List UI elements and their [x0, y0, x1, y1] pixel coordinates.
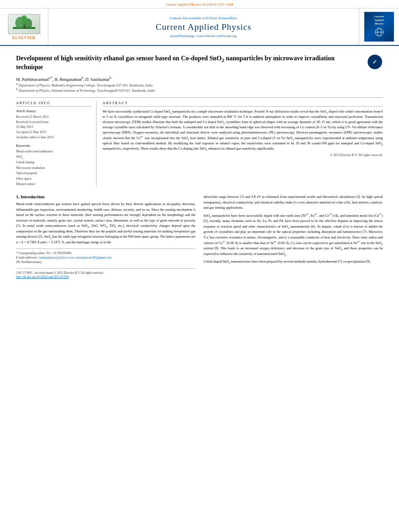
intro-paragraph-3: SnO2 nanoparticles have been successfull… [204, 213, 383, 257]
journal-logo-box: Current Applied Physics [364, 12, 394, 42]
article-info-column: ARTICLE INFO Article history: Received 2… [16, 101, 97, 187]
page: Current Applied Physics 13 (2013) 1537–1… [0, 0, 399, 532]
article-history: Article history: Received 21 March 2013 … [16, 109, 91, 140]
elsevier-logo-image [8, 14, 40, 34]
main-body: 1. Introduction Metal-oxide semiconducto… [16, 194, 383, 280]
sciverse-link: Contents lists available at SciVerse Sci… [170, 16, 238, 20]
paper-content: Development of high sensitivity ethanol … [0, 46, 399, 288]
elsevier-text: ELSEVIER [12, 35, 36, 40]
crossmark-icon: ✓ [368, 55, 382, 69]
history-accepted: Accepted 22 May 2013 [16, 130, 91, 135]
abstract-column: ABSTRACT We have successfully synthesize… [103, 101, 383, 187]
svg-point-4 [21, 15, 27, 24]
journal-homepage: journal homepage: www.elsevier.com/locat… [170, 34, 237, 38]
keywords-section: Keywords: Metal-oxide semiconductors SnO… [16, 144, 91, 187]
keyword-6: Fiber optics [16, 176, 91, 182]
footer-issn: 1567-1739/$ – see front matter © 2013 El… [16, 271, 195, 275]
paper-title: Development of high sensitivity ethanol … [16, 54, 363, 72]
affiliations: a Department of Physics, Mahendra Engine… [16, 83, 383, 93]
journal-logo-right: Current Applied Physics [359, 8, 399, 45]
keyword-7: Ethanol sensor [16, 181, 91, 187]
abstract-heading: ABSTRACT [103, 101, 383, 107]
journal-header: ELSEVIER Contents lists available at Sci… [0, 8, 399, 46]
journal-reference: Current Applied Physics 13 (2013) 1537–1… [0, 0, 399, 8]
keyword-2: SnO2 [16, 154, 91, 160]
article-info-heading: ARTICLE INFO [16, 101, 91, 107]
intro-paragraph-1: Metal-oxide semiconductor gas sensors ha… [16, 201, 195, 245]
footnote-corresponding: * Corresponding author. Tel.: +91 995283… [16, 251, 195, 265]
footnote-area: * Corresponding author. Tel.: +91 995283… [16, 249, 195, 265]
keyword-1: Metal-oxide semiconductors [16, 149, 91, 154]
abstract-text: We have successfully synthesized Co dope… [103, 109, 383, 151]
authors-line: M. Parthibavarmana,*, B. Renganathanb, D… [16, 76, 383, 82]
keyword-3: Cobalt doping [16, 160, 91, 165]
journal-title: Current Applied Physics [156, 22, 251, 32]
history-received: Received 21 March 2013 [16, 115, 91, 120]
divider-1 [16, 97, 383, 98]
copyright-line: © 2013 Elsevier B.V. All rights reserved… [103, 153, 383, 157]
elsevier-logo-area: ELSEVIER [0, 8, 48, 45]
paper-title-section: Development of high sensitivity ethanol … [16, 54, 383, 72]
history-revised-date: 22 May 2013 [16, 125, 91, 130]
footer: 1567-1739/$ – see front matter © 2013 El… [16, 268, 195, 279]
journal-header-center: Contents lists available at SciVerse Sci… [48, 8, 359, 45]
history-online: Available online 6 June 2013 [16, 135, 91, 140]
keyword-5: Optical property [16, 170, 91, 176]
article-body: ARTICLE INFO Article history: Received 2… [16, 101, 383, 187]
keyword-4: Microwave irradiation [16, 165, 91, 171]
body-right-column: ultraviolet range between 3.5 and 3.8 eV… [204, 194, 383, 280]
section-1-heading: 1. Introduction [16, 194, 195, 199]
intro-paragraph-2: ultraviolet range between 3.5 and 3.8 eV… [204, 194, 383, 211]
footer-doi: http://dx.doi.org/10.1016/j.cap.2013.05.… [16, 275, 195, 279]
history-label: Article history: [16, 109, 91, 113]
crossmark-badge: ✓ [367, 54, 383, 70]
body-left-column: 1. Introduction Metal-oxide semiconducto… [16, 194, 195, 280]
intro-paragraph-4: Cobalt doped SnO2 nanostructures have be… [204, 259, 383, 265]
keywords-label: Keywords: [16, 144, 91, 148]
history-revised: Received in revised form [16, 120, 91, 125]
